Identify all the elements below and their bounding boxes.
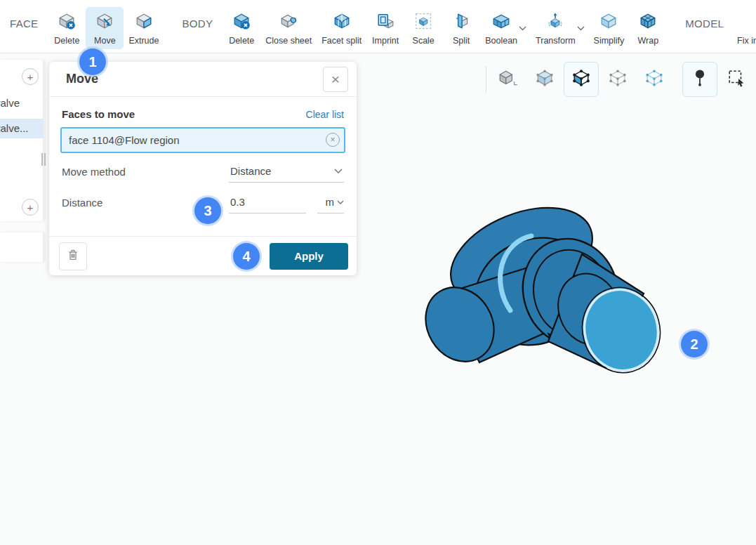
tool-scale[interactable]: Scale (404, 7, 442, 49)
face-extrude-icon (135, 12, 153, 33)
tool-wrap[interactable]: Wrap (629, 7, 667, 49)
ribbon-group-body-label: BODY (182, 18, 213, 29)
vertex-select-button[interactable] (637, 62, 672, 97)
tool-label: Move (94, 36, 116, 46)
tool-label: Split (453, 36, 470, 46)
vertex-select-icon (645, 69, 663, 90)
volume-select-icon (536, 69, 554, 90)
trash-icon (66, 248, 80, 264)
boolean-icon (491, 12, 511, 33)
box-select-button[interactable] (719, 62, 754, 97)
volume-select-button[interactable] (527, 62, 562, 97)
tool-label: Delete (54, 36, 79, 46)
face-move-icon (95, 12, 114, 33)
tool-body-delete[interactable]: Delete (223, 7, 260, 49)
apply-button[interactable]: Apply (270, 243, 348, 270)
tool-label: Fix interference (737, 36, 756, 46)
step-badge-3: 3 (194, 197, 221, 224)
face-delete-icon (58, 12, 76, 33)
ribbon-toolbar: FACE Delete Move Extrude BODY (0, 0, 756, 53)
edge-select-icon (609, 69, 627, 90)
tool-label: Simplify (594, 36, 625, 46)
sidebar-item-valve-selected[interactable]: valve... (0, 119, 44, 138)
transform-icon (546, 12, 564, 33)
tool-fix-interference[interactable]: Fix interference (734, 7, 756, 49)
transform-dropdown-chevron-icon[interactable] (577, 21, 585, 34)
shaded-body-icon (498, 69, 519, 90)
tool-face-extrude[interactable]: Extrude (124, 7, 164, 49)
tool-label: Close sheet (265, 36, 312, 46)
split-icon (452, 12, 470, 33)
body-delete-icon (232, 12, 251, 33)
tool-close-sheet[interactable]: Close sheet (260, 7, 317, 49)
probe-pin-button[interactable] (682, 62, 717, 97)
distance-unit-value: m (326, 196, 335, 208)
move-dialog-footer: Apply (49, 236, 357, 275)
sidebar-resize-handle[interactable] (41, 153, 47, 166)
remove-face-button[interactable]: × (326, 133, 340, 147)
face-select-button[interactable] (564, 62, 599, 97)
tool-label: Wrap (638, 36, 659, 46)
tool-label: Extrude (128, 36, 159, 46)
move-method-dropdown[interactable]: Distance (229, 164, 344, 183)
sidebar-panel: + valve valve... + (0, 60, 44, 221)
ribbon-group-face: FACE Delete Move Extrude (0, 0, 164, 53)
faces-to-move-label: Faces to move (62, 108, 135, 120)
tool-boolean[interactable]: Boolean (480, 7, 522, 49)
tool-transform[interactable]: Transform (531, 7, 581, 49)
tool-face-move[interactable]: Move (86, 7, 124, 49)
sidebar-panel-lower (0, 232, 44, 262)
tool-split[interactable]: Split (442, 7, 480, 49)
ribbon-group-model-label: MODEL (685, 18, 724, 29)
tool-label: Transform (536, 36, 576, 46)
close-sheet-icon (279, 12, 298, 33)
tool-label: Boolean (485, 36, 517, 46)
dialog-close-button[interactable]: × (323, 67, 348, 92)
boolean-dropdown-chevron-icon[interactable] (519, 21, 526, 34)
tool-face-delete[interactable]: Delete (48, 7, 86, 49)
shaded-body-display-button[interactable] (491, 62, 526, 97)
tool-label: Delete (229, 36, 254, 46)
tool-label: Imprint (372, 36, 399, 46)
sidebar-item-valve[interactable]: valve (0, 93, 44, 113)
delete-operation-button[interactable] (59, 242, 87, 270)
face-select-icon (572, 69, 590, 90)
wrap-icon (639, 12, 657, 33)
tool-facet-split[interactable]: Facet split (317, 7, 366, 49)
probe-pin-icon (691, 69, 709, 90)
distance-unit-dropdown[interactable]: m (317, 195, 344, 214)
simplify-icon (599, 12, 618, 33)
tool-label: Facet split (321, 36, 362, 46)
tool-label: Scale (413, 36, 435, 46)
box-select-icon (727, 69, 745, 90)
step-badge-1: 1 (79, 48, 106, 75)
faces-selection-input[interactable] (60, 127, 345, 153)
tool-imprint[interactable]: Imprint (366, 7, 404, 49)
chevron-down-icon (334, 164, 343, 177)
clear-list-link[interactable]: Clear list (306, 109, 344, 120)
imprint-icon (376, 12, 394, 33)
scale-icon (414, 12, 432, 33)
selection-mode-toolbar (486, 61, 755, 98)
move-dialog-body: Faces to move Clear list × Move method D… (49, 97, 357, 214)
move-dialog: Move × Faces to move Clear list × Move m… (49, 62, 357, 275)
view-toolbar-separator (486, 66, 486, 93)
tool-simplify[interactable]: Simplify (589, 7, 630, 49)
sidebar-add-button-top[interactable]: + (22, 68, 39, 85)
move-method-label: Move method (62, 166, 229, 183)
ribbon-group-model: MODEL Fix interference (675, 0, 756, 53)
ribbon-group-face-label: FACE (10, 18, 38, 29)
valve-3d-model[interactable] (425, 204, 684, 376)
step-badge-2: 2 (681, 331, 708, 357)
facet-split-icon (333, 12, 351, 33)
chevron-down-icon (337, 195, 344, 208)
move-method-value: Distance (230, 165, 271, 177)
step-badge-4: 4 (233, 243, 260, 270)
ribbon-group-body: BODY Delete Close sheet Facet split Impr… (172, 0, 667, 53)
edge-select-button[interactable] (600, 62, 635, 97)
distance-value-input[interactable] (229, 195, 306, 214)
sidebar-add-button-bottom[interactable]: + (22, 199, 39, 216)
